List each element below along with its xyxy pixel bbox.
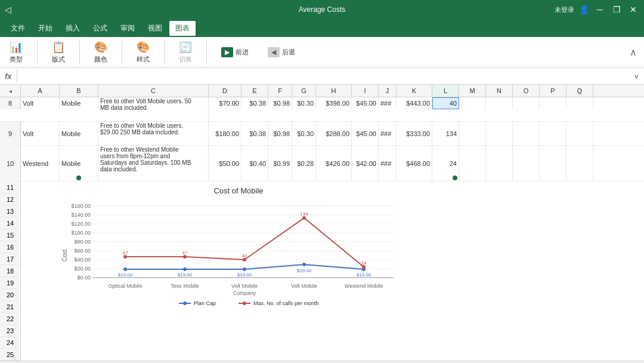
cell-p8[interactable] (540, 97, 566, 109)
row-num-22: 22 (0, 313, 20, 325)
cell-e10[interactable]: $0.40 (242, 146, 268, 182)
cell-g9[interactable]: $0.30 (292, 122, 316, 146)
cell-g10[interactable]: $0.28 (292, 146, 316, 182)
menu-review[interactable]: 审阅 (114, 21, 141, 36)
menu-bar: 文件 开始 插入 公式 审阅 视图 图表 (0, 19, 644, 37)
formula-expand-icon[interactable]: ∨ (634, 72, 639, 81)
col-header-o[interactable]: O (513, 85, 540, 97)
row-num-15: 15 (0, 229, 20, 241)
cell-d10[interactable]: $50.00 (209, 146, 242, 182)
col-header-h[interactable]: H (316, 85, 352, 97)
cell-n8[interactable] (486, 97, 513, 109)
cell-l10[interactable]: 24 (432, 146, 459, 182)
cell-i8[interactable]: $45.00 (352, 97, 379, 109)
cell-f10[interactable]: $0.99 (268, 146, 292, 182)
col-header-d[interactable]: D (209, 85, 242, 97)
menu-file[interactable]: 文件 (5, 21, 31, 36)
cell-p10[interactable] (540, 146, 566, 182)
cell-e8[interactable]: $0.38 (242, 97, 268, 109)
formula-input[interactable] (22, 72, 629, 81)
cell-q8[interactable] (566, 97, 593, 109)
menu-start[interactable]: 开始 (32, 21, 58, 36)
ribbon-type[interactable]: 📊 类型 (5, 38, 27, 66)
ribbon-style[interactable]: 🎨 样式 (132, 38, 154, 66)
menu-insert[interactable]: 插入 (60, 21, 86, 36)
cell-k10[interactable]: $468.00 (397, 146, 432, 182)
cell-j8[interactable]: ### (379, 97, 397, 109)
cell-d8[interactable]: $70.00 (209, 97, 242, 109)
col-header-g[interactable]: G (292, 85, 316, 97)
minimize-button[interactable]: ─ (594, 4, 606, 16)
close-button[interactable]: ✕ (627, 4, 639, 16)
ribbon-forward[interactable]: ▶ 前进 (216, 45, 253, 60)
cell-h9[interactable]: $288.00 (316, 122, 352, 146)
cell-j9[interactable]: ### (379, 122, 397, 146)
cell-f9[interactable]: $0.98 (268, 122, 292, 146)
menu-formula[interactable]: 公式 (87, 21, 113, 36)
col-header-p[interactable]: P (540, 85, 566, 97)
menu-view[interactable]: 视图 (142, 21, 168, 36)
col-header-k[interactable]: K (397, 85, 432, 97)
menu-chart[interactable]: 图表 (169, 21, 196, 36)
cell-m8[interactable] (459, 97, 486, 109)
cell-c8[interactable]: Free to other Volt Mobile users. 50 MB d… (98, 97, 209, 121)
ribbon-color[interactable]: 🎨 颜色 (89, 38, 112, 66)
col-header-i[interactable]: I (352, 85, 379, 97)
select-all-icon[interactable]: ◂ (9, 88, 12, 94)
back-icon[interactable]: ◁ (5, 5, 11, 14)
cell-i9[interactable]: $45.00 (352, 122, 379, 146)
cell-o10[interactable] (513, 146, 540, 182)
chart-container[interactable]: Cost of Mobile Cost $160.00 $140.00 $120… (21, 182, 644, 361)
user-label: 未登录 (555, 5, 574, 14)
cell-m10[interactable] (459, 146, 486, 182)
cell-c9[interactable]: Free to other Volt Mobile users. $29.00 … (98, 122, 209, 146)
ribbon-color-label: 颜色 (94, 55, 107, 64)
cell-o9[interactable] (513, 122, 540, 146)
svg-text:134: 134 (300, 211, 308, 217)
cell-m9[interactable] (459, 122, 486, 146)
cell-l9[interactable]: 134 (432, 122, 459, 146)
col-header-q[interactable]: Q (566, 85, 593, 97)
cell-l8[interactable]: 40 (432, 97, 459, 109)
cell-e9[interactable]: $0.38 (242, 122, 268, 146)
cell-q9[interactable] (566, 122, 593, 146)
cell-f8[interactable]: $0.98 (268, 97, 292, 109)
cell-i10[interactable]: $42.00 (352, 146, 379, 182)
col-header-b[interactable]: B (60, 85, 98, 97)
cell-g8[interactable]: $0.30 (292, 97, 316, 109)
cell-b10[interactable]: Mobile (60, 146, 98, 182)
cell-a10[interactable]: Westend (21, 146, 60, 182)
cell-h10[interactable]: $426.00 (316, 146, 352, 182)
cell-h8[interactable]: $398.00 (316, 97, 352, 109)
restore-button[interactable]: ❐ (611, 4, 623, 16)
cell-c10[interactable]: Free to other Westend Mobile users from … (98, 146, 209, 182)
cell-d9[interactable]: $180.00 (209, 122, 242, 146)
ribbon-collapse-button[interactable]: ∧ (627, 44, 639, 60)
cell-o8[interactable] (513, 97, 540, 109)
col-header-n[interactable]: N (486, 85, 513, 97)
ribbon-back[interactable]: ◀ 后退 (263, 45, 300, 60)
col-header-c[interactable]: C (98, 85, 209, 97)
cell-p9[interactable] (540, 122, 566, 146)
col-header-m[interactable]: M (459, 85, 486, 97)
ribbon-forward-label: 前进 (236, 48, 249, 57)
col-header-j[interactable]: J (379, 85, 397, 97)
cell-k9[interactable]: $333.00 (397, 122, 432, 146)
cell-q10[interactable] (566, 146, 593, 182)
col-header-l[interactable]: L (432, 85, 459, 97)
cell-b9[interactable]: Mobile (60, 122, 98, 146)
formula-icon: fx (5, 72, 12, 81)
col-header-f[interactable]: F (268, 85, 292, 97)
cell-j10[interactable]: ### (379, 146, 397, 182)
cell-n9[interactable] (486, 122, 513, 146)
ribbon-layout[interactable]: 📋 版式 (47, 38, 70, 66)
cell-a8[interactable]: Volt (21, 97, 60, 109)
cell-b8[interactable]: Mobile (60, 97, 98, 109)
cell-k8[interactable]: $443.00 (397, 97, 432, 109)
cell-n10[interactable] (486, 146, 513, 182)
col-header-e[interactable]: E (242, 85, 268, 97)
row-num-12: 12 (0, 193, 20, 205)
svg-text:Plan Cap: Plan Cap (194, 300, 216, 306)
col-header-a[interactable]: A (21, 85, 60, 97)
cell-a9[interactable]: Volt (21, 122, 60, 146)
